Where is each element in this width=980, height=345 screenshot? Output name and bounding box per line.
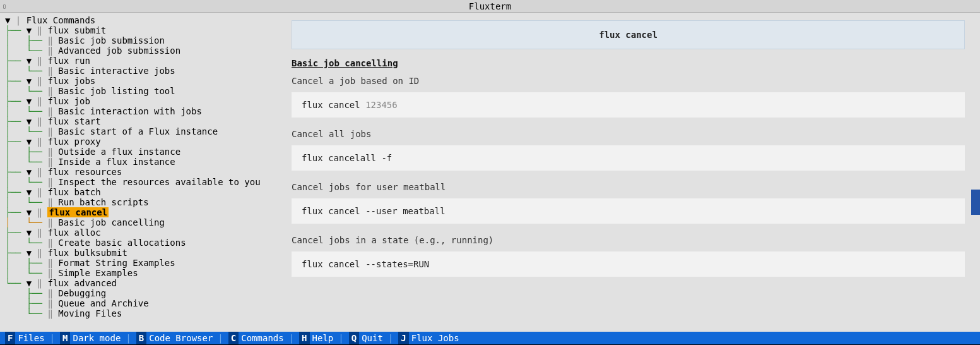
code-block: flux cancel 123456 (292, 92, 965, 118)
tree-item-flux-alloc[interactable]: ├── ▼ ‖ flux alloc (5, 227, 271, 238)
statusbar-item-dark-mode[interactable]: MDark mode (60, 332, 121, 344)
block-description: Cancel jobs in a state (e.g., running) (292, 235, 965, 245)
tree-subitem[interactable]: │ ├── ‖ Basic job submission (5, 35, 271, 45)
tree-subitem[interactable]: ├── ‖ Queue and Archive (5, 298, 271, 308)
tree-subitem[interactable]: ├── ‖ Debugging (5, 288, 271, 298)
tree-subitem[interactable]: │ └── ‖ Create basic allocations (5, 238, 271, 248)
scrollbar-thumb[interactable] (971, 190, 980, 215)
tree-item-flux-job[interactable]: ├── ▼ ‖ flux job (5, 96, 271, 106)
tree-subitem[interactable]: │ └── ‖ Inspect the resources available … (5, 177, 271, 187)
tree-item-flux-bulksubmit[interactable]: ├── ▼ ‖ flux bulksubmit (5, 248, 271, 258)
main-area: ▼ | Flux Commands├── ▼ ‖ flux submit│ ├─… (0, 13, 980, 332)
statusbar-item-code-browser[interactable]: BCode Browser (136, 332, 213, 344)
tree-subitem[interactable]: │ └── ‖ Basic job cancelling (5, 217, 271, 227)
menu-icon[interactable]: ▯ (3, 0, 6, 13)
statusbar-item-commands[interactable]: CCommands (228, 332, 284, 344)
separator: | (388, 332, 393, 344)
block-description: Cancel all jobs (292, 129, 965, 139)
tree-subitem[interactable]: │ └── ‖ Basic interactive jobs (5, 66, 271, 76)
tree-subitem[interactable]: │ └── ‖ Basic start of a Flux instance (5, 126, 271, 136)
hotkey: B (136, 332, 146, 344)
tree-subitem[interactable]: └── ‖ Moving Files (5, 308, 271, 318)
tree-item-flux-batch[interactable]: ├── ▼ ‖ flux batch (5, 187, 271, 197)
statusbar: FFiles|MDark mode|BCode Browser|CCommand… (0, 332, 980, 344)
separator: | (289, 332, 294, 344)
tree-item-flux-cancel[interactable]: ├── ▼ ‖ flux cancel (5, 207, 271, 217)
content-header: flux cancel (292, 20, 965, 49)
hotkey-label: Code Browser (149, 332, 213, 344)
hotkey-label: Commands (241, 332, 283, 344)
code-block: flux cancel --user meatball (292, 198, 965, 224)
hotkey: Q (349, 332, 359, 344)
command-tree[interactable]: ▼ | Flux Commands├── ▼ ‖ flux submit│ ├─… (0, 13, 276, 332)
tree-subitem[interactable]: │ ├── ‖ Format String Examples (5, 258, 271, 268)
tree-subitem[interactable]: │ ├── ‖ Outside a flux instance (5, 147, 271, 157)
tree-item-flux-run[interactable]: ├── ▼ ‖ flux run (5, 56, 271, 66)
app-title: Fluxterm (469, 1, 511, 11)
titlebar: ▯ Fluxterm (0, 0, 980, 13)
statusbar-item-flux-jobs[interactable]: JFlux Jobs (398, 332, 459, 344)
tree-item-flux-submit[interactable]: ├── ▼ ‖ flux submit (5, 25, 271, 35)
separator: | (338, 332, 343, 344)
section-title: Basic job cancelling (292, 58, 965, 68)
tree-subitem[interactable]: │ └── ‖ Run batch scripts (5, 197, 271, 207)
hotkey: H (299, 332, 309, 344)
statusbar-item-files[interactable]: FFiles (5, 332, 45, 344)
hotkey: F (5, 332, 15, 344)
separator: | (218, 332, 223, 344)
tree-subitem[interactable]: │ └── ‖ Simple Examples (5, 268, 271, 278)
hotkey: J (398, 332, 408, 344)
block-description: Cancel jobs for user meatball (292, 182, 965, 192)
separator: | (50, 332, 55, 344)
tree-item-flux-resources[interactable]: ├── ▼ ‖ flux resources (5, 167, 271, 177)
statusbar-item-help[interactable]: HHelp (299, 332, 333, 344)
tree-item-flux-proxy[interactable]: ├── ▼ ‖ flux proxy (5, 136, 271, 147)
hotkey: M (60, 332, 70, 344)
statusbar-item-quit[interactable]: QQuit (349, 332, 383, 344)
tree-item-flux-start[interactable]: ├── ▼ ‖ flux start (5, 116, 271, 126)
tree-subitem[interactable]: │ └── ‖ Basic interaction with jobs (5, 106, 271, 116)
tree-item-flux-advanced[interactable]: └── ▼ ‖ flux advanced (5, 278, 271, 288)
tree-subitem[interactable]: │ └── ‖ Basic job listing tool (5, 86, 271, 96)
tree-subitem[interactable]: │ └── ‖ Inside a flux instance (5, 157, 271, 167)
hotkey-label: Files (18, 332, 44, 344)
separator: | (126, 332, 131, 344)
code-block: flux cancel --states=RUN (292, 251, 965, 277)
code-block: flux cancelall -f (292, 145, 965, 171)
hotkey-label: Help (312, 332, 334, 344)
hotkey: C (228, 332, 239, 344)
hotkey-label: Dark mode (73, 332, 121, 344)
hotkey-label: Quit (362, 332, 383, 344)
hotkey-label: Flux Jobs (411, 332, 459, 344)
tree-subitem[interactable]: │ └── ‖ Advanced job submission (5, 45, 271, 56)
tree-root[interactable]: ▼ | Flux Commands (5, 15, 271, 25)
content-pane: flux cancel Basic job cancelling Cancel … (276, 13, 980, 332)
tree-item-flux-jobs[interactable]: ├── ▼ ‖ flux jobs (5, 76, 271, 86)
block-description: Cancel a job based on ID (292, 76, 965, 86)
